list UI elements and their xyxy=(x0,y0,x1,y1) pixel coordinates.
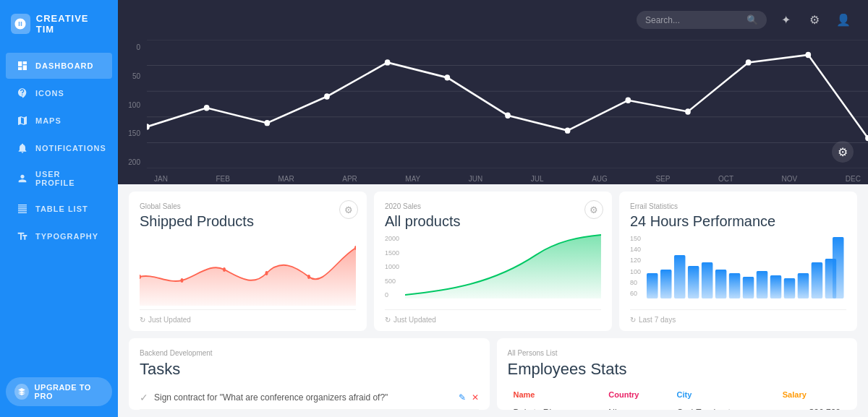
tasks-card: Backend Development Tasks ✓ Sign contrac… xyxy=(129,338,490,410)
svg-point-20 xyxy=(181,278,184,283)
col-city: City xyxy=(671,386,777,403)
svg-rect-31 xyxy=(729,273,741,298)
sidebar-item-notifications[interactable]: NOTIFICATIONS xyxy=(6,135,112,161)
performance-card: Errail Statistics 24 Hours Performance 1… xyxy=(619,192,857,331)
search-box[interactable]: 🔍 xyxy=(637,11,767,29)
sidebar-item-typography[interactable]: TYPOGRAPHY xyxy=(6,223,112,249)
svg-rect-32 xyxy=(743,277,754,298)
tasks-title: Tasks xyxy=(140,360,479,379)
card2-subtitle: 2020 Sales xyxy=(385,202,601,210)
employees-subtitle: All Persons List xyxy=(508,349,847,357)
svg-rect-30 xyxy=(715,270,727,298)
sidebar: CREATIVE TIM DASHBOARD ICONS MAPS NOTIFI… xyxy=(0,0,118,417)
svg-point-16 xyxy=(746,59,752,65)
svg-rect-26 xyxy=(660,270,672,298)
svg-rect-34 xyxy=(770,275,782,298)
all-products-card: 2020 Sales All products ⚙ 2000 1500 1000… xyxy=(374,192,612,331)
col-country: Country xyxy=(603,386,671,403)
brand-icon xyxy=(11,14,30,34)
svg-point-9 xyxy=(324,93,330,99)
svg-rect-36 xyxy=(798,273,809,298)
card3-subtitle: Errail Statistics xyxy=(630,202,846,210)
card1-footer: ↻ Just Updated xyxy=(140,309,356,324)
sidebar-item-maps[interactable]: MAPS xyxy=(6,108,112,134)
card3-footer: ↻ Last 7 days xyxy=(630,309,846,324)
cards-row: Global Sales Shipped Products ⚙ xyxy=(118,184,868,331)
hero-gear-button[interactable]: ⚙ xyxy=(832,141,854,163)
svg-rect-27 xyxy=(674,255,686,298)
card1-gear[interactable]: ⚙ xyxy=(339,200,358,219)
topbar: 🔍 ✦ ⚙ 👤 xyxy=(118,0,868,40)
svg-point-15 xyxy=(685,108,691,114)
svg-point-12 xyxy=(505,113,511,119)
svg-point-11 xyxy=(444,74,450,80)
svg-point-13 xyxy=(565,127,571,133)
task-item: ✓ Sign contract for "What are conference… xyxy=(140,386,479,410)
svg-rect-35 xyxy=(784,278,796,298)
sidebar-item-dashboard[interactable]: DASHBOARD xyxy=(6,53,112,79)
hero-chart: 200 150 100 50 0 xyxy=(118,40,868,184)
svg-point-22 xyxy=(265,271,268,275)
svg-point-23 xyxy=(307,275,310,279)
upgrade-button[interactable]: UPGRADE TO PRO xyxy=(6,377,112,406)
col-name: Name xyxy=(508,386,603,403)
chart-y-labels: 200 150 100 50 0 xyxy=(118,40,147,170)
svg-point-7 xyxy=(204,105,210,111)
search-input[interactable] xyxy=(645,15,742,25)
card1-title: Shipped Products xyxy=(140,213,356,230)
sidebar-item-icons[interactable]: ICONS xyxy=(6,80,112,106)
user-icon[interactable]: 👤 xyxy=(833,10,854,30)
card1-subtitle: Global Sales xyxy=(140,202,356,210)
svg-rect-37 xyxy=(812,262,823,298)
brand[interactable]: CREATIVE TIM xyxy=(0,0,118,48)
employees-table: Name Country City Salary Dakota Rice Nig… xyxy=(508,386,847,410)
card2-title: All products xyxy=(385,213,601,230)
card2-chart: 2000 1500 1000 500 0 xyxy=(385,233,601,306)
task-delete-icon[interactable]: ✕ xyxy=(472,392,479,403)
shipped-products-card: Global Sales Shipped Products ⚙ xyxy=(129,192,367,331)
settings-icon[interactable]: ⚙ xyxy=(804,10,825,30)
task-edit-icon[interactable]: ✎ xyxy=(459,392,466,403)
svg-rect-33 xyxy=(757,271,768,298)
sidebar-nav: DASHBOARD ICONS MAPS NOTIFICATIONS USER … xyxy=(0,48,118,370)
sparkle-icon[interactable]: ✦ xyxy=(775,10,796,30)
card3-chart: 150 140 120 100 80 60 xyxy=(630,233,846,306)
svg-rect-25 xyxy=(647,273,658,298)
tasks-subtitle: Backend Development xyxy=(140,349,479,357)
svg-rect-39 xyxy=(833,237,844,298)
sidebar-item-table-list[interactable]: TABLE LIST xyxy=(6,196,112,222)
cell-country: Niger xyxy=(603,403,671,410)
main-content: 🔍 ✦ ⚙ 👤 200 150 100 50 0 xyxy=(118,0,868,417)
svg-point-21 xyxy=(223,267,226,272)
table-row: Dakota Rice Niger Oud-Turnhout $36,738 xyxy=(508,403,847,410)
sidebar-item-user-profile[interactable]: USER PROFILE xyxy=(6,163,112,194)
svg-point-10 xyxy=(385,59,391,65)
card2-footer: ↻ Just Updated xyxy=(385,309,601,324)
chart-x-labels: JAN FEB MAR APR MAY JUN JUL AUG SEP OCT … xyxy=(147,175,868,183)
col-salary: Salary xyxy=(777,386,846,403)
task-check-icon: ✓ xyxy=(140,392,148,403)
svg-rect-29 xyxy=(702,262,713,298)
card2-gear[interactable]: ⚙ xyxy=(584,200,603,219)
task-text: Sign contract for "What are conference o… xyxy=(154,392,388,403)
cell-city: Oud-Turnhout xyxy=(671,403,777,410)
employees-title: Employees Stats xyxy=(508,360,847,379)
search-icon: 🔍 xyxy=(746,14,758,25)
svg-rect-28 xyxy=(688,266,699,298)
upgrade-icon xyxy=(14,384,29,400)
employees-card: All Persons List Employees Stats Name Co… xyxy=(497,338,858,410)
cell-salary: $36,738 xyxy=(777,403,846,410)
svg-point-14 xyxy=(625,98,631,103)
cell-name: Dakota Rice xyxy=(508,403,603,410)
svg-point-6 xyxy=(147,124,150,129)
svg-point-8 xyxy=(264,120,270,126)
brand-name: CREATIVE TIM xyxy=(36,13,107,35)
card1-chart xyxy=(140,233,356,306)
bottom-row: Backend Development Tasks ✓ Sign contrac… xyxy=(118,331,868,417)
card3-title: 24 Hours Performance xyxy=(630,213,846,230)
task-actions: ✎ ✕ xyxy=(459,392,479,403)
svg-point-17 xyxy=(805,52,811,58)
